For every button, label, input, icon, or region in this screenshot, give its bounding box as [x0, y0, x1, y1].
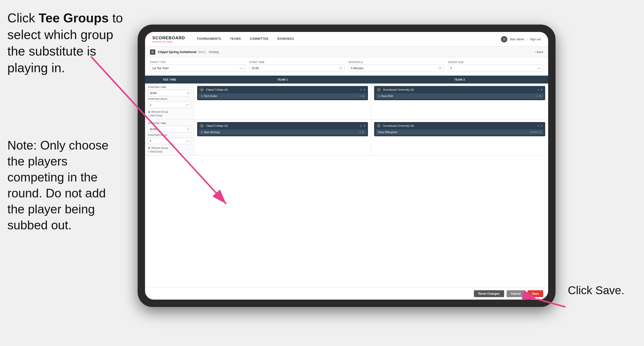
group-1-team1-card[interactable]: B Clippd College (A) ✕ ⬆ 1. Rich Butler …	[197, 86, 368, 100]
team1-actions: ✕ ⬆	[360, 88, 366, 91]
group-size-value: 2	[450, 66, 452, 70]
group-2-player2[interactable]: Dave Billingham (SUB) ✕ ⬆	[376, 129, 544, 135]
player-1-arrow[interactable]: ⬆	[362, 95, 364, 97]
click-save-label: Click Save.	[568, 284, 624, 297]
group2-team2-remove[interactable]: ✕	[537, 124, 539, 127]
tournament-gender: (Men)	[198, 50, 206, 54]
column-headers: Tee Time Team 1 Team 2	[145, 76, 548, 83]
group-2-team2-card[interactable]: S Scoreboard University (A) ✕ ⬆ Dave Bil…	[374, 122, 545, 136]
team1-remove-icon[interactable]: ✕	[360, 88, 362, 91]
group-1-hole-spinner: ▲▼	[185, 104, 189, 106]
instruction-line1: Click Tee Groups to select which group t…	[7, 11, 123, 75]
add-icon-2: +	[148, 150, 150, 153]
trash-icon-2: 🗑	[148, 147, 150, 149]
team2-arrow-icon[interactable]: ⬆	[541, 88, 543, 91]
group-2-remove-button[interactable]: 🗑 Remove Group	[148, 147, 191, 149]
note-bold: Note: Only choose the players competing …	[7, 138, 108, 232]
nav-tournaments[interactable]: TOURNAMENTS	[192, 32, 226, 47]
team1-icon: B	[200, 87, 204, 92]
group-1-team2-panel: S Scoreboard University (A) ✕ ⬆ 1. Rees …	[371, 83, 548, 119]
player-4-name: Dave Billingham	[378, 131, 530, 134]
intervals-input[interactable]: 5 Minutes 🕐	[348, 65, 444, 72]
group-2-time-clock: 🕐	[186, 128, 189, 130]
add-icon-1: +	[148, 114, 150, 117]
team2-remove-icon[interactable]: ✕	[537, 88, 539, 91]
group-1-time-label: STARTING TIME:	[148, 86, 191, 88]
start-time-value: 10:00	[252, 66, 259, 70]
cancel-button[interactable]: Cancel	[506, 290, 525, 297]
start-type-input[interactable]: 1st Tee Start ▲▼	[150, 65, 245, 72]
group-2-team2-header: S Scoreboard University (A) ✕ ⬆	[374, 122, 545, 129]
player-4-arrow[interactable]: ⬆	[539, 131, 541, 134]
player-1-remove[interactable]: ✕	[359, 95, 361, 97]
group-2-left: STARTING TIME: 10:05 🕐 STARTING HOLE: 1 …	[145, 120, 194, 155]
group-1-add-button[interactable]: + Add Group	[148, 114, 191, 117]
reset-button[interactable]: Reset Changes	[474, 290, 504, 297]
col-team1-header: Team 1	[194, 76, 371, 83]
group2-team1-arrow[interactable]: ⬆	[364, 124, 366, 127]
group-size-label: Group Size	[448, 61, 543, 64]
group-1-remove-button[interactable]: 🗑 Remove Group	[148, 110, 191, 113]
intervals-label: Intervals	[348, 61, 444, 64]
group-row-1: STARTING TIME: 10:00 🕐 STARTING HOLE: 1 …	[145, 83, 548, 120]
group-2-hole-input[interactable]: 1 ▲▼	[148, 138, 191, 144]
group-2-player1[interactable]: 2. Blair McHarg ✕ ⬆	[198, 129, 366, 135]
save-button[interactable]: Save	[528, 290, 543, 297]
group-2-add-button[interactable]: + Add Group	[148, 150, 191, 153]
intervals-group: Intervals 5 Minutes 🕐	[348, 61, 444, 72]
group-1-team2-card[interactable]: S Scoreboard University (A) ✕ ⬆ 1. Rees …	[374, 86, 545, 100]
nav-signout[interactable]: Sign out	[530, 37, 541, 41]
group-1-player1[interactable]: 1. Rich Butler ✕ ⬆	[198, 93, 366, 99]
group2-team2-arrow[interactable]: ⬆	[541, 124, 543, 127]
group-1-player2[interactable]: 1. Rees Britt ✕ ⬆	[376, 93, 544, 99]
col-team2-header: Team 2	[371, 76, 548, 83]
nav-user: blair admin	[510, 37, 524, 41]
group-1-time-value: 10:00	[150, 92, 156, 94]
nav-bar: SCOREBOARD Powered by clippd TOURNAMENTS…	[145, 32, 548, 47]
player-2-arrow[interactable]: ⬆	[539, 95, 541, 97]
group-2-time-input[interactable]: 10:05 🕐	[148, 126, 191, 132]
player-1-name: 1. Rich Butler	[201, 94, 359, 97]
start-time-input[interactable]: 10:00 🕐	[249, 65, 344, 72]
back-button[interactable]: ‹ Back	[535, 50, 543, 54]
player-4-sub-badge: (SUB)	[530, 131, 536, 133]
start-type-label: Start Type	[150, 61, 245, 64]
group-2-hole-spinner: ▲▼	[185, 140, 189, 142]
group-1-team1-panel: B Clippd College (A) ✕ ⬆ 1. Rich Butler …	[194, 83, 371, 119]
group-1-team1-header: B Clippd College (A) ✕ ⬆	[197, 86, 368, 93]
tablet-screen: SCOREBOARD Powered by clippd TOURNAMENTS…	[145, 32, 548, 300]
footer-bar: Reset Changes Cancel Save	[145, 287, 548, 300]
clock-icon: 🕐	[339, 67, 342, 70]
nav-committee[interactable]: COMMITTEE	[245, 32, 273, 47]
group-row-2: STARTING TIME: 10:05 🕐 STARTING HOLE: 1 …	[145, 120, 548, 156]
start-type-group: Start Type 1st Tee Start ▲▼	[150, 61, 245, 72]
group-1-time-input[interactable]: 10:00 🕐	[148, 90, 191, 96]
team2-actions: ✕ ⬆	[537, 88, 543, 91]
start-time-group: Start Time 10:00 🕐	[249, 61, 344, 72]
group-2-team1-panel: B Clippd College (A) ✕ ⬆ 2. Blair McHarg…	[194, 120, 371, 155]
player-3-name: 2. Blair McHarg	[201, 131, 359, 134]
team1-arrow-icon[interactable]: ⬆	[364, 88, 366, 91]
group-1-team2-name: Scoreboard University (A)	[383, 88, 535, 91]
start-time-label: Start Time	[249, 61, 344, 64]
logo-sub: Powered by clippd	[152, 40, 185, 43]
group-2-hole-value: 1	[150, 139, 151, 142]
player-2-name: 1. Rees Britt	[378, 94, 536, 97]
settings-row: Start Type 1st Tee Start ▲▼ Start Time 1…	[145, 57, 548, 76]
group-size-input[interactable]: 2 ▲▼	[448, 65, 543, 72]
group-2-team2-panel: S Scoreboard University (A) ✕ ⬆ Dave Bil…	[371, 120, 548, 155]
group-1-hole-label: STARTING HOLE:	[148, 98, 191, 100]
nav-links: TOURNAMENTS TEAMS COMMITTEE RANKINGS	[192, 32, 501, 47]
group2-team1-icon: B	[200, 123, 204, 128]
group-1-team2-header: S Scoreboard University (A) ✕ ⬆	[374, 86, 545, 93]
group-2-team1-card[interactable]: B Clippd College (A) ✕ ⬆ 2. Blair McHarg…	[197, 122, 368, 136]
nav-teams[interactable]: TEAMS	[226, 32, 245, 47]
player-2-remove[interactable]: ✕	[536, 95, 538, 97]
group-1-hole-input[interactable]: 1 ▲▼	[148, 102, 191, 108]
player-4-remove[interactable]: ✕	[536, 131, 538, 134]
nav-rankings[interactable]: RANKINGS	[273, 32, 298, 47]
group2-team2-icon: S	[376, 123, 381, 128]
player-3-arrow[interactable]: ⬆	[362, 131, 364, 134]
group2-team1-remove[interactable]: ✕	[360, 124, 362, 127]
player-3-remove[interactable]: ✕	[359, 131, 361, 134]
